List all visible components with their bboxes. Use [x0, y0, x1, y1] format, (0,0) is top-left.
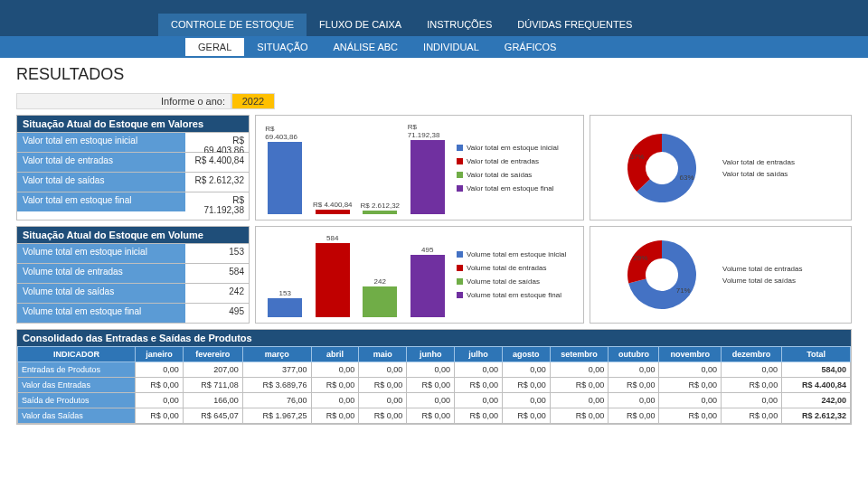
- bar-label: 584: [326, 234, 338, 242]
- cell: 166,00: [183, 393, 242, 408]
- row-total: 584,00: [782, 362, 851, 378]
- kv-label: Valor total de saídas: [17, 173, 185, 192]
- cell: 0,00: [407, 362, 455, 378]
- cell: 0,00: [359, 362, 407, 378]
- legend-label: Volume total de saídas: [467, 277, 540, 286]
- cell: 0,00: [550, 393, 609, 408]
- bar: [363, 211, 397, 214]
- legend-label: Valor total de saídas: [722, 170, 788, 178]
- volume-donut: 71%29% Volume total de entradasVolume to…: [590, 226, 852, 324]
- cell: R$ 0,00: [659, 408, 722, 424]
- row-label: Saída de Produtos: [18, 393, 136, 408]
- volume-table: Situação Atual do Estoque em Volume Volu…: [16, 226, 250, 324]
- kv-label: Valor total em estoque final: [17, 192, 185, 211]
- cell: R$ 0,00: [455, 408, 503, 424]
- row-label: Valor das Entradas: [18, 378, 136, 393]
- consol-header: Consolidado das Entradas e Saídas de Pro…: [17, 330, 851, 346]
- nav-fluxo[interactable]: FLUXO DE CAIXA: [307, 14, 414, 36]
- kv-label: Valor total de entradas: [17, 153, 185, 172]
- legend-swatch: [457, 172, 463, 178]
- nav-instrucoes[interactable]: INSTRUÇÕES: [414, 14, 505, 36]
- cell: 0,00: [502, 362, 550, 378]
- legend-label: Valor total em estoque final: [467, 184, 553, 192]
- cell: 0,00: [311, 393, 359, 408]
- cell: R$ 0,00: [359, 378, 407, 393]
- cell: R$ 0,00: [550, 378, 609, 393]
- cell: R$ 0,00: [311, 378, 359, 393]
- kv-value: 584: [185, 264, 249, 283]
- donut-pct: 71%: [676, 286, 691, 295]
- cell: R$ 0,00: [609, 378, 659, 393]
- legend-label: Valor total de saídas: [467, 171, 532, 179]
- row-total: R$ 4.400,84: [782, 378, 851, 393]
- cell: 0,00: [407, 393, 455, 408]
- cell: R$ 0,00: [455, 378, 503, 393]
- cell: 0,00: [659, 362, 722, 378]
- subnav-situacao[interactable]: SITUAÇÃO: [244, 38, 320, 56]
- nav-duvidas[interactable]: DÚVIDAS FREQUENTES: [505, 14, 645, 36]
- kv-label: Volume total de entradas: [17, 264, 185, 283]
- bar-label: R$ 71.192,38: [408, 123, 448, 139]
- kv-value: R$ 2.612,32: [185, 173, 249, 192]
- kv-value: R$ 4.400,84: [185, 153, 249, 172]
- row-label: Entradas de Produtos: [18, 362, 136, 378]
- subnav-graficos[interactable]: GRÁFICOS: [492, 38, 569, 56]
- nav-estoque[interactable]: CONTROLE DE ESTOQUE: [158, 14, 307, 36]
- year-input[interactable]: 2022: [231, 93, 275, 109]
- bar-label: 242: [374, 277, 386, 286]
- cell: R$ 0,00: [407, 378, 455, 393]
- bar-label: 495: [421, 246, 433, 254]
- subnav-geral[interactable]: GERAL: [185, 38, 244, 56]
- legend-label: Volume total de saídas: [722, 277, 796, 285]
- cell: 0,00: [721, 393, 781, 408]
- legend-label: Volume total de entradas: [467, 264, 547, 272]
- th-month: abril: [311, 347, 359, 362]
- th-indicator: INDICADOR: [18, 347, 136, 362]
- cell: R$ 0,00: [721, 378, 781, 393]
- cell: 0,00: [311, 362, 359, 378]
- cell: 0,00: [359, 393, 407, 408]
- cell: R$ 0,00: [136, 378, 184, 393]
- bar: [268, 142, 302, 214]
- cell: R$ 0,00: [502, 408, 550, 424]
- cell: 0,00: [136, 393, 184, 408]
- valores-donut: 63%37% Valor total de entradasValor tota…: [590, 115, 852, 221]
- cell: R$ 0,00: [550, 408, 609, 424]
- cell: R$ 711,08: [183, 378, 242, 393]
- th-month: julho: [455, 347, 503, 362]
- kv-value: 153: [185, 244, 249, 263]
- cell: R$ 0,00: [721, 408, 781, 424]
- th-month: fevereiro: [183, 347, 242, 362]
- cell: 0,00: [721, 362, 781, 378]
- cell: 0,00: [136, 362, 184, 378]
- cell: 0,00: [609, 362, 659, 378]
- cell: 0,00: [609, 393, 659, 408]
- cell: 0,00: [455, 362, 503, 378]
- cell: 76,00: [242, 393, 311, 408]
- subnav-abc[interactable]: ANÁLISE ABC: [321, 38, 411, 56]
- bar: [363, 286, 397, 317]
- valores-barchart: R$ 69.403,86R$ 4.400,84R$ 2.612,32R$ 71.…: [255, 115, 584, 221]
- bar: [316, 210, 350, 214]
- cell: R$ 0,00: [311, 408, 359, 424]
- bar-label: R$ 4.400,84: [313, 201, 353, 209]
- th-month: dezembro: [721, 347, 781, 362]
- cell: 377,00: [242, 362, 311, 378]
- cell: R$ 1.967,25: [242, 408, 311, 424]
- cell: R$ 0,00: [407, 408, 455, 424]
- th-month: novembro: [659, 347, 722, 362]
- legend-label: Valor total de entradas: [467, 157, 539, 165]
- cell: 0,00: [455, 393, 503, 408]
- cell: R$ 3.689,76: [242, 378, 311, 393]
- kv-value: 495: [185, 304, 249, 323]
- subnav-individual[interactable]: INDIVIDUAL: [410, 38, 492, 56]
- th-month: maio: [359, 347, 407, 362]
- consolidado-table: Consolidado das Entradas e Saídas de Pro…: [16, 329, 852, 425]
- cell: 0,00: [502, 393, 550, 408]
- cell: 0,00: [659, 393, 722, 408]
- donut-pct: 29%: [633, 254, 647, 262]
- legend-swatch: [457, 145, 463, 151]
- row-total: R$ 2.612,32: [782, 408, 851, 424]
- row-total: 242,00: [782, 393, 851, 408]
- cell: R$ 645,07: [183, 408, 242, 424]
